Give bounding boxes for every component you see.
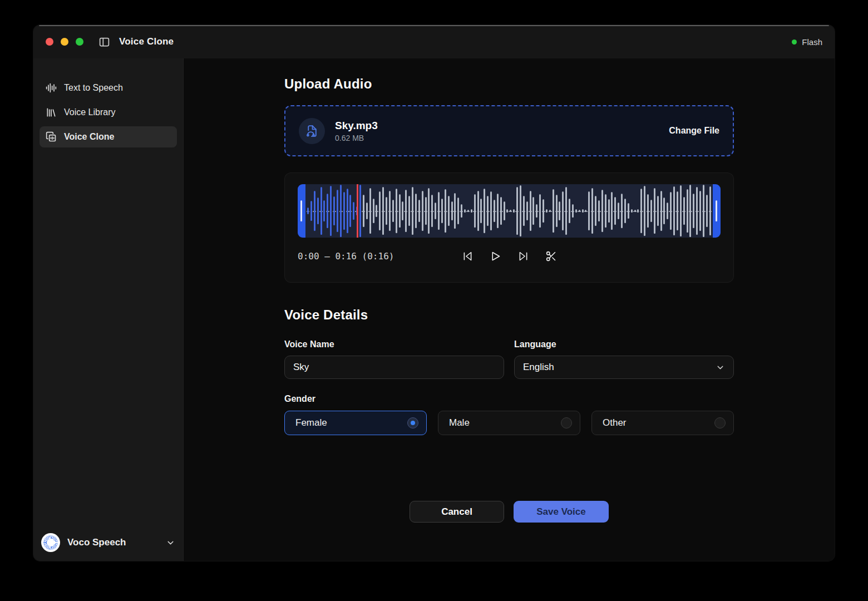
language-selected-value: English (523, 362, 554, 373)
gender-option-other[interactable]: Other (591, 411, 734, 435)
window-controls (46, 38, 83, 46)
cancel-button[interactable]: Cancel (410, 501, 504, 523)
sidebar-item-text-to-speech[interactable]: Text to Speech (40, 77, 177, 98)
language-label: Language (514, 339, 734, 349)
voice-details-heading: Voice Details (284, 307, 734, 323)
zoom-window-button[interactable] (76, 38, 83, 46)
radio-icon (714, 417, 726, 428)
status-dot-icon (792, 40, 797, 45)
playhead[interactable] (357, 184, 358, 238)
minimize-window-button[interactable] (61, 38, 68, 46)
waveform-bars (307, 184, 711, 238)
library-icon (46, 107, 57, 118)
radio-icon (561, 417, 572, 428)
gender-option-female[interactable]: Female (284, 411, 427, 435)
play-button[interactable] (489, 250, 501, 263)
voice-name-input[interactable] (284, 356, 504, 379)
status-label: Flash (802, 37, 822, 47)
trim-start-handle[interactable] (298, 184, 305, 238)
app-window: Voice Clone Flash Text to Speech (33, 25, 835, 561)
change-file-button[interactable]: Change File (669, 126, 719, 136)
skip-forward-button[interactable] (517, 250, 529, 263)
save-voice-button[interactable]: Save Voice (514, 501, 609, 523)
audio-lines-icon (46, 82, 57, 93)
sidebar-item-label: Text to Speech (64, 83, 123, 93)
chevron-down-icon (166, 538, 175, 548)
uploaded-file-name: Sky.mp3 (335, 120, 378, 132)
sidebar-item-voice-clone[interactable]: Voice Clone (40, 126, 177, 147)
gender-option-label: Female (295, 417, 327, 428)
voice-name-label: Voice Name (284, 339, 504, 349)
chevron-down-icon (716, 363, 725, 372)
close-window-button[interactable] (46, 38, 53, 46)
gender-option-label: Other (603, 417, 627, 428)
sidebar-item-label: Voice Library (64, 107, 116, 117)
window-title: Voice Clone (119, 36, 174, 47)
upload-dropzone[interactable]: Sky.mp3 0.62 MB Change File (284, 105, 734, 156)
account-menu[interactable]: Voco Speech (41, 533, 175, 552)
gender-option-male[interactable]: Male (438, 411, 580, 435)
time-display: 0:00 — 0:16 (0:16) (298, 251, 394, 262)
gender-label: Gender (284, 394, 734, 404)
language-select[interactable]: English (514, 356, 734, 379)
main-panel: Upload Audio Sky.mp3 (184, 58, 835, 561)
trim-scissors-button[interactable] (545, 250, 557, 263)
radio-icon (407, 417, 418, 428)
sidebar-item-label: Voice Clone (64, 132, 114, 142)
file-audio-icon (299, 118, 325, 144)
status-indicator: Flash (792, 37, 822, 47)
trim-end-handle[interactable] (713, 184, 721, 238)
uploaded-file-size: 0.62 MB (335, 134, 378, 142)
sidebar: Text to Speech Voice Library (33, 58, 184, 561)
clone-icon (46, 131, 57, 142)
title-bar: Voice Clone Flash (33, 25, 835, 58)
waveform[interactable] (298, 184, 721, 238)
sidebar-toggle-icon[interactable] (98, 36, 110, 48)
audio-player-card: 0:00 — 0:16 (0:16) (284, 173, 734, 283)
gender-option-label: Male (449, 417, 470, 428)
account-name: Voco Speech (67, 537, 159, 548)
upload-audio-heading: Upload Audio (284, 76, 734, 92)
sidebar-item-voice-library[interactable]: Voice Library (40, 102, 177, 123)
skip-back-button[interactable] (461, 250, 474, 263)
voco-speech-logo-icon (41, 533, 60, 552)
